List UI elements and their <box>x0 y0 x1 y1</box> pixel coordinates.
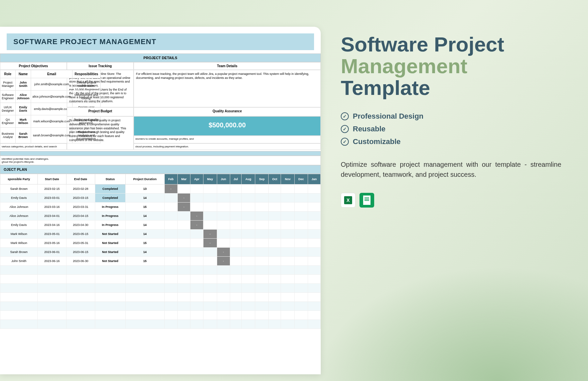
budget-value: $500,000.00 <box>134 116 321 135</box>
feature-item: ✓Professional Design <box>341 112 561 121</box>
feature-item: ✓Reusable <box>341 125 561 133</box>
check-icon: ✓ <box>341 125 349 133</box>
features-list: ✓Professional Design✓Reusable✓Customizab… <box>341 112 561 146</box>
team-details-header: Team Details <box>134 62 321 70</box>
check-icon: ✓ <box>341 138 349 146</box>
excel-icon: X <box>341 193 355 208</box>
sheets-icon <box>359 193 374 208</box>
qa-text: To ensure the highest quality in project… <box>67 116 134 150</box>
feature-item: ✓Customizable <box>341 137 561 146</box>
project-details-header: PROJECT DETAILS <box>0 53 321 62</box>
objectives-header: Project Objectives <box>0 62 67 70</box>
qa-header: Quality Assurance <box>134 107 321 116</box>
risk-text: identified potential risks and challenge… <box>0 156 321 165</box>
product-info: Software Project Management Template ✓Pr… <box>321 7 575 374</box>
tracking-header: Issue Tracking <box>67 62 134 70</box>
sheet-title: SOFTWARE PROJECT MANAGEMENT <box>7 33 314 50</box>
plan-table: sponsible PartyStart DateEnd DateStatusP… <box>0 174 321 329</box>
project-plan-header: OJECT PLAN <box>0 165 321 174</box>
tracking-text: For efficient issue tracking, the projec… <box>134 70 321 107</box>
app-icons: X <box>341 193 561 208</box>
product-title: Software Project Management Template <box>341 33 561 99</box>
product-description: Optimize software project management wit… <box>341 159 561 179</box>
check-icon: ✓ <box>341 112 349 120</box>
budget-header: Project Budget <box>67 107 134 116</box>
spreadsheet-preview: SOFTWARE PROJECT MANAGEMENT PROJECT DETA… <box>0 27 321 374</box>
